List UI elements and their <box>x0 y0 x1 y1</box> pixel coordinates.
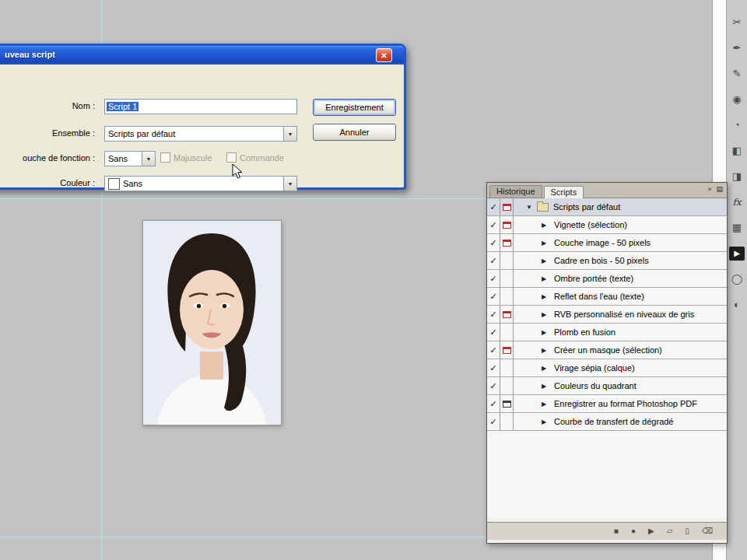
color-value: Sans <box>120 179 283 188</box>
dialog-toggle[interactable] <box>500 198 514 215</box>
action-checkbox[interactable]: ✓ <box>487 341 500 359</box>
dialog-toggle[interactable] <box>500 270 514 287</box>
panel-menu-icon[interactable]: ▤ <box>716 185 723 193</box>
play-panel-icon[interactable]: ▶ <box>729 247 745 261</box>
action-row[interactable]: ✓ ▶ Plomb en fusion <box>487 324 727 341</box>
action-row[interactable]: ✓ ▶ Virage sépia (calque) <box>487 359 727 377</box>
dialog-toggle[interactable] <box>500 216 514 233</box>
grid-icon[interactable]: ▦ <box>732 221 742 235</box>
dropdown-arrow-icon[interactable]: ▼ <box>142 152 155 166</box>
expand-icon[interactable]: ▶ <box>542 383 549 390</box>
action-checkbox[interactable]: ✓ <box>487 270 500 287</box>
expand-icon[interactable]: ▶ <box>542 329 549 336</box>
dialog-toggle[interactable] <box>500 359 514 376</box>
cancel-button[interactable]: Annuler <box>313 124 396 141</box>
record-button[interactable]: ● <box>631 527 636 535</box>
history-brush-icon[interactable]: ◔ <box>734 118 740 132</box>
action-row[interactable]: ✓ ▶ Enregistrer au format Photoshop PDF <box>487 395 727 413</box>
new-set-button[interactable]: ▱ <box>667 527 673 535</box>
gradient-icon[interactable]: ◨ <box>732 170 742 184</box>
action-checkbox[interactable]: ✓ <box>487 359 500 376</box>
checkmark-icon: ✓ <box>489 220 496 230</box>
action-row[interactable]: ✓ ▶ Créer un masque (sélection) <box>487 341 727 359</box>
expand-icon[interactable]: ▶ <box>542 257 549 264</box>
action-checkbox[interactable]: ✓ <box>487 306 500 323</box>
dialog-toggle[interactable] <box>500 324 514 341</box>
pen-icon[interactable]: ✒ <box>733 41 742 55</box>
action-checkbox[interactable]: ✓ <box>487 288 500 305</box>
record-button[interactable]: Enregistrement <box>313 99 396 116</box>
dialog-toggle[interactable] <box>500 252 514 269</box>
action-row[interactable]: ✓ ▶ Couleurs du quadrant <box>487 377 727 395</box>
majuscule-checkbox[interactable] <box>160 152 170 163</box>
expand-icon[interactable]: ▶ <box>542 311 549 318</box>
dialog-toggle[interactable] <box>500 341 514 359</box>
dropdown-arrow-icon[interactable]: ▼ <box>283 177 296 191</box>
shape-icon[interactable]: ◯ <box>731 272 743 286</box>
action-label: Plomb en fusion <box>554 327 615 337</box>
expand-icon[interactable]: ▶ <box>542 401 549 408</box>
action-checkbox[interactable]: ✓ <box>487 252 500 269</box>
checkmark-icon: ✓ <box>489 363 496 373</box>
dropdown-arrow-icon[interactable]: ▼ <box>283 127 296 141</box>
action-row[interactable]: ✓ ▶ Vignette (sélection) <box>487 216 727 234</box>
action-checkbox[interactable]: ✓ <box>487 198 500 215</box>
expand-icon[interactable]: ▶ <box>542 293 549 300</box>
dialog-toggle[interactable] <box>500 306 514 323</box>
panel-collapse-icon[interactable]: » <box>707 185 711 193</box>
dialog-toggle[interactable] <box>500 395 514 412</box>
dialog-toggle[interactable] <box>500 288 514 305</box>
tab-historique[interactable]: Historique <box>489 185 542 198</box>
mask-icon[interactable]: ◐ <box>734 298 740 312</box>
portrait-illustration <box>143 221 281 425</box>
function-key-select[interactable]: Sans ▼ <box>104 151 156 166</box>
dialog-toggle[interactable] <box>500 234 514 251</box>
expand-icon[interactable]: ▶ <box>542 365 549 372</box>
set-select[interactable]: Scripts par défaut ▼ <box>104 126 297 142</box>
dialog-toggle[interactable] <box>500 413 514 430</box>
action-row[interactable]: ✓ ▶ Reflet dans l'eau (texte) <box>487 288 727 306</box>
name-input[interactable]: Script 1 <box>104 99 297 114</box>
tab-scripts[interactable]: Scripts <box>544 186 584 198</box>
new-action-button[interactable]: ▯ <box>685 527 689 535</box>
expand-icon[interactable]: ▶ <box>542 222 549 229</box>
dialog-titlebar[interactable]: uveau script ✕ <box>0 46 404 65</box>
action-row[interactable]: ✓ ▶ Cadre en bois - 50 pixels <box>487 252 727 270</box>
play-button[interactable]: ▶ <box>648 527 654 535</box>
close-button[interactable]: ✕ <box>376 48 392 62</box>
eraser-icon[interactable]: ◧ <box>732 144 742 158</box>
expand-icon[interactable]: ▶ <box>542 240 549 247</box>
action-checkbox[interactable]: ✓ <box>487 395 500 412</box>
action-row[interactable]: ✓ ▼ Scripts par défaut <box>487 198 727 216</box>
color-select[interactable]: Sans ▼ <box>104 176 297 191</box>
action-row[interactable]: ✓ ▶ Ombre portée (texte) <box>487 270 727 288</box>
action-checkbox[interactable]: ✓ <box>487 216 500 233</box>
action-row[interactable]: ✓ ▶ Courbe de transfert de dégradé <box>487 413 727 431</box>
expand-icon[interactable]: ▼ <box>526 204 534 211</box>
action-checkbox[interactable]: ✓ <box>487 413 500 430</box>
delete-button[interactable]: ⌫ <box>702 527 713 535</box>
action-checkbox[interactable]: ✓ <box>487 377 500 394</box>
action-checkbox[interactable]: ✓ <box>487 324 500 341</box>
expand-icon[interactable]: ▶ <box>542 275 549 282</box>
dialog-toggle-icon <box>503 240 511 247</box>
checkmark-icon: ✓ <box>489 292 496 302</box>
commande-checkbox[interactable] <box>226 152 237 163</box>
checkmark-icon: ✓ <box>489 310 496 320</box>
expand-icon[interactable]: ▶ <box>542 418 549 425</box>
portrait-photo[interactable] <box>142 220 282 425</box>
action-row[interactable]: ✓ ▶ RVB personnalisé en niveaux de gris <box>487 306 727 324</box>
stamp-icon[interactable]: ◉ <box>732 93 741 107</box>
checkmark-icon: ✓ <box>489 256 496 266</box>
action-label: Vignette (sélection) <box>554 220 627 229</box>
brush-icon[interactable]: ✎ <box>733 67 742 81</box>
dialog-toggle[interactable] <box>500 377 514 394</box>
mouse-cursor <box>232 163 244 180</box>
fx-icon[interactable]: fx <box>732 195 741 209</box>
action-checkbox[interactable]: ✓ <box>487 234 500 251</box>
checkmark-icon: ✓ <box>489 274 496 284</box>
scissors-icon[interactable]: ✂ <box>733 16 742 30</box>
expand-icon[interactable]: ▶ <box>542 347 549 354</box>
action-row[interactable]: ✓ ▶ Couche image - 50 pixels <box>487 234 727 252</box>
stop-button[interactable]: ■ <box>614 527 619 535</box>
